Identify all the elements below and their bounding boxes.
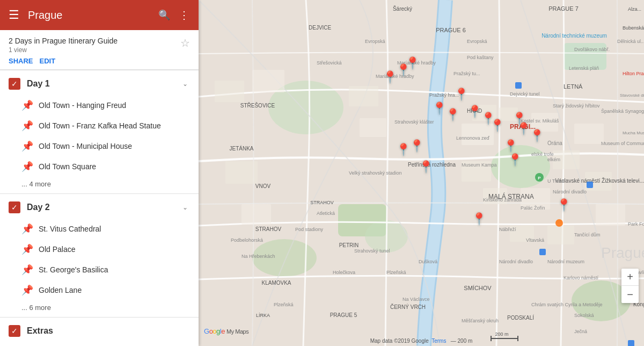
svg-text:Plzeňská: Plzeňská — [386, 270, 406, 275]
svg-text:Dejvický tunel: Dejvický tunel — [510, 91, 540, 97]
svg-text:Na Hřebenkách: Na Hřebenkách — [241, 254, 275, 259]
svg-point-121 — [555, 219, 563, 227]
map-attribution: Map data ©2019 Google Terms — 200 m — [370, 338, 473, 344]
svg-text:PETRIN: PETRIN — [339, 242, 359, 248]
svg-text:Hilton Prague: Hilton Prague — [623, 71, 644, 76]
map-pin-yellow-1[interactable]: 📍 — [467, 106, 482, 118]
list-item[interactable]: 📌 Old Palace — [0, 239, 199, 260]
map-container[interactable]: PRAGUE 6 STŘEŠOVICE JETÁNKA VNOV STRAHOV… — [199, 0, 644, 346]
svg-text:Strahovský tunel: Strahovský tunel — [354, 248, 390, 254]
svg-rect-117 — [539, 249, 546, 255]
more-icon[interactable]: ⋮ — [179, 9, 190, 21]
svg-text:Dvořákovo nábř.: Dvořákovo nábř. — [574, 47, 610, 52]
svg-text:Národní muzeum: Národní muzeum — [547, 259, 584, 264]
list-item[interactable]: 📌 Old Town - Hanging Freud — [0, 95, 199, 116]
menu-icon[interactable]: ☰ — [9, 8, 19, 22]
terms-link[interactable]: Terms — [431, 338, 446, 344]
map-pin-red-3[interactable]: 📍 — [405, 57, 420, 69]
map-pin-red-5[interactable]: 📍 — [409, 140, 424, 152]
share-button[interactable]: SHARE — [9, 57, 33, 65]
place-name: Old Palace — [39, 245, 75, 254]
app-header: ☰ Prague 🔍 ⋮ — [0, 0, 199, 30]
day2-more[interactable]: ... 6 more — [0, 300, 199, 317]
map-pin-yellow-8[interactable]: 📍 — [508, 154, 522, 166]
list-item[interactable]: 📌 St. Vitus Cathedral — [0, 219, 199, 239]
svg-text:Karlovo náměstí: Karlovo náměstí — [564, 275, 599, 280]
svg-text:Tančící dům: Tančící dům — [574, 232, 601, 237]
map-pin-yellow-5[interactable]: 📍 — [516, 123, 531, 135]
day2-checkbox[interactable]: ✓ — [9, 201, 20, 213]
edit-button[interactable]: EDIT — [40, 57, 56, 65]
svg-rect-115 — [587, 182, 593, 188]
map-pin-purple-2[interactable]: 📍 — [445, 109, 460, 121]
svg-text:Měšťanský okruh: Měšťanský okruh — [462, 318, 499, 323]
pin-icon: 📌 — [21, 264, 33, 276]
svg-rect-26 — [360, 118, 386, 137]
pin-icon: 📌 — [21, 140, 33, 152]
svg-text:Podbelohorská: Podbelohorská — [231, 237, 263, 243]
svg-rect-118 — [628, 340, 634, 346]
map-title: 2 Days in Prague Itinerary Guide — [9, 37, 118, 45]
svg-text:Holečkova: Holečkova — [333, 270, 355, 275]
svg-text:Národní divadlo: Národní divadlo — [553, 189, 587, 194]
day1-header: ✓ Day 1 ⌄ — [0, 70, 199, 95]
svg-text:Ječná: Ječná — [574, 329, 587, 334]
list-item[interactable]: 📌 Old Town - Franz Kafka Head Statue — [0, 116, 199, 136]
list-item[interactable]: 📌 Old Town Square — [0, 156, 199, 177]
svg-text:200 m: 200 m — [495, 331, 508, 337]
svg-text:Dušková: Dušková — [419, 259, 437, 264]
pin-icon: 📌 — [21, 120, 33, 132]
svg-text:DEJVICE: DEJVICE — [309, 25, 332, 31]
place-name: Old Town - Franz Kafka Head Statue — [39, 121, 161, 130]
day2-header: ✓ Day 2 ⌄ — [0, 193, 199, 219]
svg-text:Starý židovský hřbitov: Starý židovský hřbitov — [553, 103, 600, 109]
zoom-in-button[interactable]: + — [621, 269, 639, 286]
svg-text:Václavské náměstí Žižkovská te: Václavské náměstí Žižkovská televi... — [555, 177, 644, 184]
place-name: Old Town Square — [39, 162, 96, 171]
scale-label: — 200 m — [451, 338, 473, 344]
svg-text:Park Folimanka: Park Folimanka — [628, 221, 644, 227]
list-item[interactable]: 📌 St. George's Basilica — [0, 260, 199, 280]
svg-text:Šárecký: Šárecký — [393, 5, 412, 12]
map-pin-red-1[interactable]: 📍 — [383, 71, 397, 83]
map-pin-purple-3[interactable]: 📍 — [472, 213, 486, 225]
svg-text:Pražský tu...: Pražský tu... — [453, 71, 480, 76]
star-icon[interactable]: ☆ — [180, 37, 190, 49]
map-pin-yellow-7[interactable]: 📍 — [503, 140, 518, 152]
map-pin-yellow-6[interactable]: 📍 — [530, 130, 544, 142]
svg-rect-23 — [225, 161, 258, 184]
pin-icon: 📌 — [21, 223, 33, 235]
extras-checkbox[interactable]: ✓ — [9, 325, 20, 337]
map-pin-purple-4[interactable]: 📍 — [557, 199, 571, 211]
svg-text:VNOV: VNOV — [255, 183, 271, 189]
svg-text:elkém: elkém — [547, 157, 560, 162]
svg-text:Chrám svatých Cyrila a Metoděj: Chrám svatých Cyrila a Metoděje — [531, 302, 603, 307]
day2-label: Day 2 — [27, 203, 174, 212]
map-pin-red-7[interactable]: 📍 — [419, 161, 433, 173]
svg-text:LETNÁ: LETNÁ — [564, 83, 583, 90]
day2-expand[interactable]: ⌄ — [180, 201, 190, 213]
day1-checkbox[interactable]: ✓ — [9, 78, 20, 90]
map-pin-yellow-3[interactable]: 📍 — [490, 120, 504, 132]
map-pin-red-6[interactable]: 📍 — [396, 144, 411, 156]
list-item[interactable]: 📌 Old Town - Municipal House — [0, 136, 199, 156]
list-item[interactable]: 📌 Golden Lane — [0, 280, 199, 300]
svg-text:PRAGUE 6: PRAGUE 6 — [436, 27, 466, 33]
day1-more[interactable]: ... 4 more — [0, 177, 199, 193]
svg-text:elské trofe: elské trofe — [531, 152, 554, 157]
zoom-out-button[interactable]: − — [621, 286, 639, 303]
svg-text:Lennonova zeď: Lennonova zeď — [456, 135, 490, 141]
list-item[interactable]: 📌 Kafka Museum — [0, 342, 199, 346]
svg-text:Evropská: Evropská — [365, 39, 385, 44]
extras-section: ✓ Extras 📌 Kafka Museum — [0, 317, 199, 346]
day1-expand[interactable]: ⌄ — [180, 78, 190, 90]
svg-text:Strahovský klášter: Strahovský klášter — [394, 119, 434, 125]
svg-text:Plzeňská: Plzeňská — [274, 302, 294, 307]
map-pin-red-4[interactable]: 📍 — [432, 103, 447, 114]
search-icon[interactable]: 🔍 — [158, 9, 170, 21]
svg-rect-25 — [349, 86, 378, 106]
itinerary-scroll[interactable]: ✓ Day 1 ⌄ 📌 Old Town - Hanging Freud 📌 O… — [0, 70, 199, 346]
google-logo: Google My Maps — [204, 327, 248, 335]
svg-text:Vltavská: Vltavská — [526, 237, 544, 243]
map-pin-purple-1[interactable]: 📍 — [454, 89, 469, 100]
